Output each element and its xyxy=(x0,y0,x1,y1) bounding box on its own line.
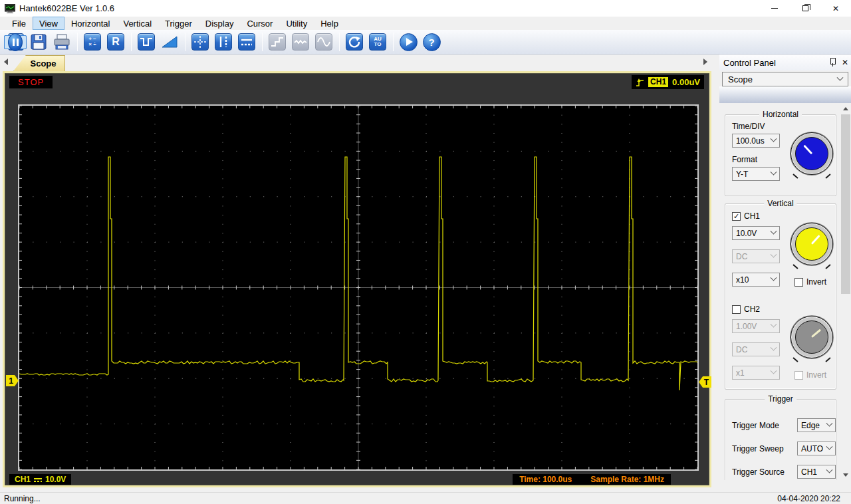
save-button[interactable] xyxy=(27,31,50,53)
ch1-position-knob[interactable] xyxy=(790,223,833,265)
ch1-volts-value: 10.0V xyxy=(736,229,757,238)
help-icon: ? xyxy=(423,33,441,51)
ch1-checkbox-label: CH1 xyxy=(744,211,760,221)
tab-scroll-right-icon[interactable] xyxy=(703,59,707,65)
ch1-invert-checkbox[interactable]: Invert xyxy=(794,277,826,287)
restore-button[interactable] xyxy=(790,0,820,17)
scope-top-bar: STOP CH1 0.00uV xyxy=(5,73,709,91)
cursor-vertical-button[interactable] xyxy=(212,31,235,53)
window-title: Hantek6022BE Ver 1.0.6 xyxy=(19,3,114,13)
chevron-down-icon xyxy=(771,344,777,351)
pin-icon[interactable] xyxy=(828,57,836,66)
pause-icon xyxy=(8,33,23,51)
menu-file[interactable]: File xyxy=(5,17,33,30)
toolbar-separator xyxy=(339,33,340,51)
status-message: Running... xyxy=(4,494,41,503)
control-panel-body: Horizontal Time/DIV 100.0us Format Y-T xyxy=(719,103,840,480)
menu-trigger[interactable]: Trigger xyxy=(158,17,199,30)
horizontal-position-knob[interactable] xyxy=(790,132,833,175)
format-select[interactable]: Y-T xyxy=(732,167,780,181)
start-button[interactable] xyxy=(397,31,420,53)
checkbox-unchecked-icon xyxy=(732,305,741,314)
menu-utility[interactable]: Utility xyxy=(279,17,314,30)
reference-wave-button[interactable]: R xyxy=(104,31,127,53)
menu-cursor[interactable]: Cursor xyxy=(240,17,279,30)
ch2-probe-select: x1 xyxy=(732,366,780,380)
menu-view[interactable]: View xyxy=(33,17,64,30)
menu-vertical[interactable]: Vertical xyxy=(116,17,158,30)
format-label: Format xyxy=(732,155,757,164)
control-panel: Control Panel Scope Horizontal Time/DIV … xyxy=(719,55,851,492)
pause-button[interactable] xyxy=(4,35,27,49)
trigger-sweep-value: AUTO xyxy=(801,444,823,453)
sine-wave-icon xyxy=(315,33,332,51)
scrollbar-thumb[interactable] xyxy=(841,114,850,294)
ch1-enable-checkbox[interactable]: CH1 xyxy=(732,211,760,221)
channel1-label: CH1 xyxy=(15,475,31,484)
channel1-volts-div: 10.0V xyxy=(45,475,66,484)
scroll-up-icon[interactable] xyxy=(840,103,851,114)
panel-vertical-scrollbar[interactable] xyxy=(840,103,851,480)
cursor-horizontal-button[interactable] xyxy=(235,31,258,53)
help-glyph: ? xyxy=(428,37,434,48)
application-window: Hantek6022BE Ver 1.0.6 File View Horizon… xyxy=(0,0,851,504)
panel-mode-select[interactable]: Scope xyxy=(722,72,848,86)
tab-scroll-left-icon[interactable] xyxy=(4,59,8,65)
checkbox-unchecked-icon xyxy=(794,278,803,287)
toolbar-separator xyxy=(185,33,185,51)
trigger-source-label: Trigger Source xyxy=(732,467,785,477)
waveform-plot[interactable] xyxy=(18,104,699,471)
step-wave-button[interactable] xyxy=(266,31,289,53)
auto-bottom-glyph: TO xyxy=(374,42,382,47)
auto-setup-button[interactable]: AU TO xyxy=(366,31,389,53)
close-button[interactable] xyxy=(820,0,851,17)
sine-wave-button[interactable] xyxy=(312,31,335,53)
ch1-volts-select[interactable]: 10.0V xyxy=(732,226,780,240)
channel1-position-marker[interactable]: 1 xyxy=(6,375,19,386)
toolbar-separator xyxy=(262,33,263,51)
menu-help[interactable]: Help xyxy=(314,17,345,30)
help-button[interactable]: ? xyxy=(420,31,443,53)
chevron-down-icon xyxy=(771,321,777,328)
pulse-wave-button[interactable] xyxy=(135,31,158,53)
chevron-down-icon xyxy=(771,169,777,176)
chevron-down-icon xyxy=(771,251,777,258)
refresh-button[interactable] xyxy=(343,31,366,53)
trigger-level-marker[interactable]: T xyxy=(699,376,711,388)
scroll-down-icon[interactable] xyxy=(840,469,851,480)
trigger-mode-select[interactable]: Edge xyxy=(797,418,836,432)
waveform-svg xyxy=(19,106,697,469)
vertical-group: Vertical CH1 10.0V DC x10 xyxy=(725,203,836,390)
noise-wave-button[interactable] xyxy=(289,31,312,53)
time-per-div: Time: 100.0us xyxy=(519,475,572,484)
format-value: Y-T xyxy=(736,170,748,179)
time-div-select[interactable]: 100.0us xyxy=(732,134,780,148)
scope-bottom-bar: CH1 10.0V Time: 100.0us Sample Rate: 1MH… xyxy=(5,473,709,485)
ramp-wave-icon xyxy=(161,34,178,50)
checkbox-checked-icon xyxy=(732,212,741,221)
ch2-invert-checkbox: Invert xyxy=(794,370,826,380)
math-function-button[interactable]: + − × ÷ xyxy=(81,31,104,53)
panel-close-icon[interactable] xyxy=(842,57,848,67)
trigger-sweep-select[interactable]: AUTO xyxy=(797,441,836,455)
minimize-button[interactable] xyxy=(759,0,790,17)
print-button[interactable] xyxy=(51,31,73,53)
menu-horizontal[interactable]: Horizontal xyxy=(64,17,117,30)
trigger-group-title: Trigger xyxy=(765,394,796,404)
ramp-wave-button[interactable] xyxy=(158,31,181,53)
channel1-readout: CH1 10.0V xyxy=(9,474,71,485)
cursor-vertical-icon xyxy=(215,33,232,51)
ch1-probe-select[interactable]: x10 xyxy=(732,273,780,287)
tab-scope[interactable]: Scope xyxy=(13,55,65,71)
ch2-enable-checkbox[interactable]: CH2 xyxy=(732,305,760,314)
menu-display[interactable]: Display xyxy=(199,17,241,30)
cursor-cross-button[interactable] xyxy=(189,31,211,53)
ch1-coupling-select: DC xyxy=(732,249,780,263)
ch2-position-knob[interactable] xyxy=(790,316,833,358)
save-icon xyxy=(30,33,47,51)
ch2-coupling-select: DC xyxy=(732,342,780,356)
scope-display: STOP CH1 0.00uV 1 T CH1 10.0V Time: 100 xyxy=(3,71,711,487)
ch1-probe-value: x10 xyxy=(736,275,749,285)
trigger-source-select[interactable]: CH1 xyxy=(797,465,836,479)
auto-setup-icon: AU TO xyxy=(369,33,386,51)
